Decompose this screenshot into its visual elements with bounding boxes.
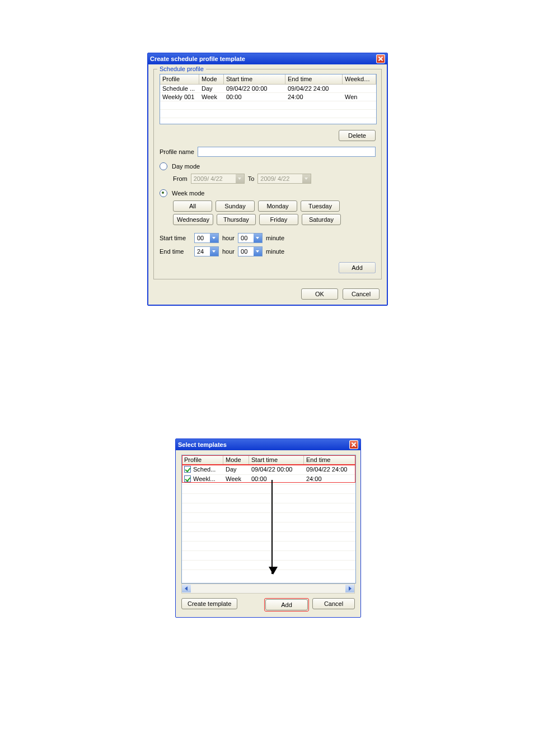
list-header: Profile Mode Start time End time Weekday… <box>160 74 376 85</box>
cell-end: 09/04/22 24:00 <box>304 465 355 474</box>
cell-mode: Day <box>199 85 224 92</box>
col-end[interactable]: End time <box>285 74 343 84</box>
cancel-button[interactable]: Cancel <box>343 288 380 300</box>
col-profile[interactable]: Profile <box>182 455 223 465</box>
profile-name-label: Profile name <box>160 148 194 155</box>
cell-weekdays: Wen <box>343 93 376 101</box>
col-profile[interactable]: Profile <box>160 74 199 84</box>
col-mode[interactable]: Mode <box>199 74 224 84</box>
cell-profile: Sched... <box>182 465 223 474</box>
close-icon[interactable] <box>376 54 385 63</box>
day-mode-radio[interactable] <box>160 162 167 170</box>
table-row[interactable] <box>160 118 376 124</box>
weekday-thursday-button[interactable]: Thursday <box>217 214 256 225</box>
weekday-tuesday-button[interactable]: Tuesday <box>301 200 340 212</box>
weekday-monday-button[interactable]: Monday <box>258 200 297 212</box>
end-time-label: End time <box>160 248 191 255</box>
chevron-down-icon[interactable] <box>254 247 262 256</box>
cell-start: 09/04/22 00:00 <box>224 85 285 92</box>
annotation-highlight: Add <box>264 598 309 612</box>
cell-mode: Day <box>223 465 249 474</box>
select-templates-dialog: Select templates Profile Mode Start time… <box>175 438 361 618</box>
close-icon[interactable] <box>349 440 358 449</box>
table-row[interactable] <box>160 110 376 118</box>
add-button[interactable]: Add <box>265 599 308 610</box>
table-row[interactable]: Weekly 001 Week 00:00 24:00 Wen <box>160 93 376 101</box>
list-body: Sched... Day 09/04/22 00:00 09/04/22 24:… <box>182 465 355 584</box>
chevron-down-icon[interactable] <box>254 234 262 242</box>
checkbox-icon[interactable] <box>184 466 191 473</box>
cell-end: 09/04/22 24:00 <box>285 85 343 92</box>
col-start[interactable]: Start time <box>224 74 285 84</box>
day-mode-label: Day mode <box>172 163 200 170</box>
create-template-button[interactable]: Create template <box>181 598 237 609</box>
profile-list[interactable]: Profile Mode Start time End time Weekday… <box>160 74 377 124</box>
weekday-friday-button[interactable]: Friday <box>259 214 298 225</box>
week-mode-label: Week mode <box>172 190 205 197</box>
checkbox-icon[interactable] <box>184 475 191 482</box>
cell-end: 24:00 <box>285 93 343 101</box>
start-minute-select[interactable]: 00 <box>238 233 263 243</box>
hour-label: hour <box>222 248 235 255</box>
to-date-select: 2009/ 4/22 <box>257 174 311 184</box>
chevron-down-icon[interactable] <box>210 247 218 256</box>
minute-label: minute <box>266 235 284 241</box>
cell-mode: Week <box>199 93 224 101</box>
cancel-button[interactable]: Cancel <box>312 598 355 609</box>
cell-weekdays <box>343 85 376 92</box>
end-hour-select[interactable]: 24 <box>194 246 219 256</box>
chevron-down-icon <box>236 174 244 183</box>
col-start[interactable]: Start time <box>249 455 304 465</box>
cell-profile: Weekl... <box>182 475 223 484</box>
dialog-footer: OK Cancel <box>148 285 387 305</box>
to-label: To <box>248 175 255 182</box>
scroll-right-icon[interactable] <box>345 585 354 592</box>
cell-start: 09/04/22 00:00 <box>249 465 304 474</box>
col-weekdays[interactable]: Weekdays <box>343 74 376 84</box>
weekday-saturday-button[interactable]: Saturday <box>302 214 341 225</box>
profile-name-input[interactable] <box>198 147 376 157</box>
table-row[interactable] <box>160 101 376 110</box>
from-label: From <box>173 175 188 182</box>
start-hour-select[interactable]: 00 <box>194 233 219 243</box>
from-date-select: 2009/ 4/22 <box>191 174 245 184</box>
dialog-titlebar[interactable]: Select templates <box>176 439 360 450</box>
scroll-track[interactable] <box>191 585 345 592</box>
table-row[interactable]: Schedule ... Day 09/04/22 00:00 09/04/22… <box>160 85 376 93</box>
col-mode[interactable]: Mode <box>223 455 249 465</box>
table-row[interactable]: Sched... Day 09/04/22 00:00 09/04/22 24:… <box>182 465 355 475</box>
list-header: Profile Mode Start time End time <box>182 455 355 465</box>
end-minute-select[interactable]: 00 <box>238 246 263 256</box>
template-list[interactable]: Profile Mode Start time End time Sched..… <box>181 455 356 584</box>
table-row[interactable]: Weekl... Week 00:00 24:00 <box>182 475 355 484</box>
cell-end: 24:00 <box>304 475 355 484</box>
scroll-left-icon[interactable] <box>182 585 191 592</box>
start-time-label: Start time <box>160 235 191 241</box>
list-body: Schedule ... Day 09/04/22 00:00 09/04/22… <box>160 85 376 124</box>
schedule-profile-group: Schedule profile Profile Mode Start time… <box>153 69 382 279</box>
cell-profile: Schedule ... <box>160 85 199 92</box>
delete-button[interactable]: Delete <box>339 130 376 141</box>
weekday-sunday-button[interactable]: Sunday <box>216 200 255 212</box>
chevron-down-icon[interactable] <box>210 234 218 242</box>
horizontal-scrollbar[interactable] <box>181 584 355 594</box>
cell-mode: Week <box>223 475 249 484</box>
chevron-down-icon <box>302 174 311 183</box>
dialog-titlebar[interactable]: Create schedule profile template <box>148 53 387 64</box>
col-end[interactable]: End time <box>304 455 355 465</box>
minute-label: minute <box>266 248 284 255</box>
dialog-title: Select templates <box>178 439 349 450</box>
dialog-title: Create schedule profile template <box>150 53 376 64</box>
weekday-wednesday-button[interactable]: Wednesday <box>173 214 213 225</box>
week-mode-radio[interactable] <box>160 189 167 197</box>
cell-start: 00:00 <box>224 93 285 101</box>
weekday-all-button[interactable]: All <box>173 200 212 212</box>
ok-button[interactable]: OK <box>301 288 338 300</box>
hour-label: hour <box>222 235 235 241</box>
group-title: Schedule profile <box>157 66 206 72</box>
add-button[interactable]: Add <box>339 262 376 273</box>
cell-start: 00:00 <box>249 475 304 484</box>
cell-profile: Weekly 001 <box>160 93 199 101</box>
create-schedule-profile-template-dialog: Create schedule profile template Schedul… <box>147 53 388 306</box>
